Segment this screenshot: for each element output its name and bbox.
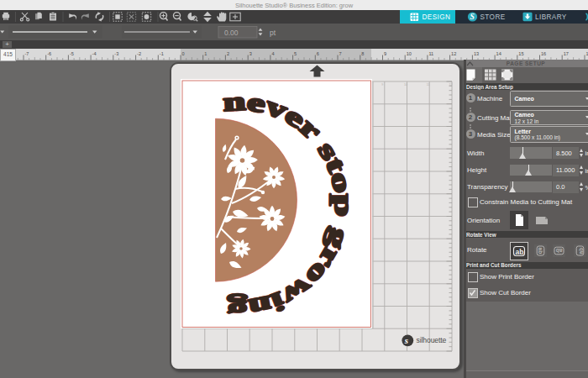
svg-text:ab: ab [515, 247, 523, 255]
svg-text:DESIGN: DESIGN [423, 13, 451, 21]
svg-text:16: 16 [541, 51, 546, 56]
svg-text:5: 5 [294, 51, 297, 56]
svg-text:-1: -1 [160, 51, 164, 56]
svg-text:13: 13 [474, 51, 479, 56]
svg-text:pt: pt [270, 29, 276, 37]
svg-text:-6: -6 [47, 51, 51, 56]
svg-text:-3: -3 [114, 51, 118, 56]
svg-text:-4: -4 [92, 51, 97, 56]
svg-text:12: 12 [451, 51, 456, 56]
svg-text:-2: -2 [137, 51, 141, 56]
svg-text:STORE: STORE [480, 13, 506, 21]
svg-text:9: 9 [384, 51, 386, 56]
svg-text:0: 0 [182, 51, 185, 56]
svg-text:1: 1 [204, 51, 207, 56]
svg-text:ab: ab [556, 248, 563, 254]
svg-text:0.00: 0.00 [224, 29, 239, 37]
svg-text:4: 4 [271, 51, 274, 56]
svg-text:14: 14 [496, 51, 501, 56]
svg-text:3: 3 [249, 51, 252, 56]
svg-text:2: 2 [227, 51, 229, 56]
svg-text:7: 7 [339, 51, 342, 56]
svg-text:-7: -7 [25, 51, 29, 56]
svg-text:6: 6 [317, 51, 319, 56]
svg-text:S: S [470, 13, 475, 21]
svg-text:15: 15 [518, 51, 523, 56]
svg-text:ab: ab [537, 248, 543, 255]
svg-text:11: 11 [428, 51, 433, 56]
svg-text:8: 8 [361, 51, 364, 56]
svg-text:10: 10 [407, 51, 412, 56]
svg-text:-5: -5 [70, 51, 74, 56]
svg-text:ab: ab [577, 248, 583, 255]
svg-text:17: 17 [564, 51, 569, 56]
svg-text:LIBRARY: LIBRARY [535, 13, 567, 21]
